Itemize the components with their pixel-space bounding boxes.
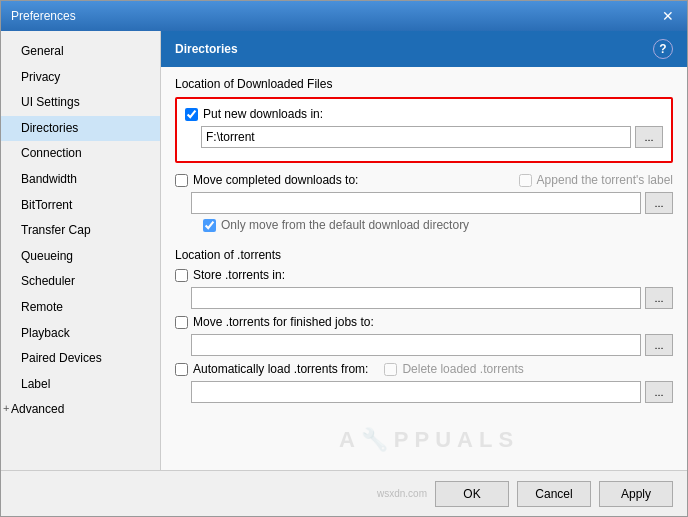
title-bar: Preferences ✕: [1, 1, 687, 31]
store-torrents-path-row: ...: [175, 287, 673, 309]
move-torrents-label[interactable]: Move .torrents for finished jobs to:: [175, 315, 374, 329]
put-new-downloads-row: Put new downloads in:: [185, 107, 663, 121]
sidebar-item-connection[interactable]: Connection: [1, 141, 160, 167]
store-torrents-browse-button[interactable]: ...: [645, 287, 673, 309]
watermark-text: wsxdn.com: [377, 488, 427, 499]
download-path-row: ...: [185, 126, 663, 148]
ok-button[interactable]: OK: [435, 481, 509, 507]
sidebar-item-directories[interactable]: Directories: [1, 116, 160, 142]
highlight-box: Put new downloads in: ...: [175, 97, 673, 163]
download-path-input[interactable]: [201, 126, 631, 148]
close-button[interactable]: ✕: [659, 7, 677, 25]
move-torrents-row: Move .torrents for finished jobs to:: [175, 315, 673, 329]
dialog-title: Preferences: [11, 9, 76, 23]
auto-load-path-row: ...: [175, 381, 673, 403]
auto-load-row: Automatically load .torrents from: Delet…: [175, 362, 673, 376]
move-completed-label[interactable]: Move completed downloads to:: [175, 173, 358, 187]
move-torrents-browse-button[interactable]: ...: [645, 334, 673, 356]
sidebar-item-queueing[interactable]: Queueing: [1, 244, 160, 270]
move-completed-path-row: ...: [175, 192, 673, 214]
apply-button[interactable]: Apply: [599, 481, 673, 507]
move-completed-path-input[interactable]: [191, 192, 641, 214]
sidebar-item-privacy[interactable]: Privacy: [1, 65, 160, 91]
main-panel: Directories ? Location of Downloaded Fil…: [161, 31, 687, 470]
append-label[interactable]: Append the torrent's label: [519, 173, 673, 187]
sidebar-item-label[interactable]: Label: [1, 372, 160, 398]
panel-header: Directories ?: [161, 31, 687, 67]
store-torrents-checkbox[interactable]: [175, 269, 188, 282]
delete-loaded-label[interactable]: Delete loaded .torrents: [384, 362, 523, 376]
content-area: General Privacy UI Settings Directories …: [1, 31, 687, 470]
put-new-downloads-label[interactable]: Put new downloads in:: [185, 107, 323, 121]
bottom-area: A🔧PPUALS wsxdn.com OK Cancel Apply: [1, 470, 687, 516]
cancel-button[interactable]: Cancel: [517, 481, 591, 507]
move-torrents-checkbox[interactable]: [175, 316, 188, 329]
section2-title: Location of .torrents: [175, 248, 673, 262]
bottom-bar: wsxdn.com OK Cancel Apply: [1, 470, 687, 516]
delete-loaded-checkbox[interactable]: [384, 363, 397, 376]
move-completed-checkbox[interactable]: [175, 174, 188, 187]
sidebar-item-playback[interactable]: Playback: [1, 321, 160, 347]
panel-body: Location of Downloaded Files Put new dow…: [161, 67, 687, 417]
sidebar-item-transfer-cap[interactable]: Transfer Cap: [1, 218, 160, 244]
sidebar-item-scheduler[interactable]: Scheduler: [1, 269, 160, 295]
move-completed-row: Move completed downloads to: Append the …: [175, 173, 673, 187]
move-torrents-path-row: ...: [175, 334, 673, 356]
sidebar: General Privacy UI Settings Directories …: [1, 31, 161, 470]
only-move-checkbox[interactable]: [203, 219, 216, 232]
sidebar-item-bittorrent[interactable]: BitTorrent: [1, 193, 160, 219]
download-browse-button[interactable]: ...: [635, 126, 663, 148]
only-move-row: Only move from the default download dire…: [175, 218, 673, 232]
sidebar-item-bandwidth[interactable]: Bandwidth: [1, 167, 160, 193]
put-new-downloads-checkbox[interactable]: [185, 108, 198, 121]
sidebar-item-remote[interactable]: Remote: [1, 295, 160, 321]
panel-title: Directories: [175, 42, 238, 56]
sidebar-item-paired-devices[interactable]: Paired Devices: [1, 346, 160, 372]
help-button[interactable]: ?: [653, 39, 673, 59]
sidebar-item-advanced[interactable]: Advanced: [1, 397, 160, 423]
move-completed-browse-button[interactable]: ...: [645, 192, 673, 214]
move-torrents-path-input[interactable]: [191, 334, 641, 356]
sidebar-item-ui-settings[interactable]: UI Settings: [1, 90, 160, 116]
auto-load-path-input[interactable]: [191, 381, 641, 403]
section1-title: Location of Downloaded Files: [175, 77, 673, 91]
append-checkbox[interactable]: [519, 174, 532, 187]
auto-load-browse-button[interactable]: ...: [645, 381, 673, 403]
sidebar-item-general[interactable]: General: [1, 39, 160, 65]
preferences-dialog: Preferences ✕ General Privacy UI Setting…: [0, 0, 688, 517]
store-torrents-row: Store .torrents in:: [175, 268, 673, 282]
auto-load-checkbox[interactable]: [175, 363, 188, 376]
store-torrents-path-input[interactable]: [191, 287, 641, 309]
auto-load-label[interactable]: Automatically load .torrents from:: [175, 362, 368, 376]
store-torrents-label[interactable]: Store .torrents in:: [175, 268, 285, 282]
